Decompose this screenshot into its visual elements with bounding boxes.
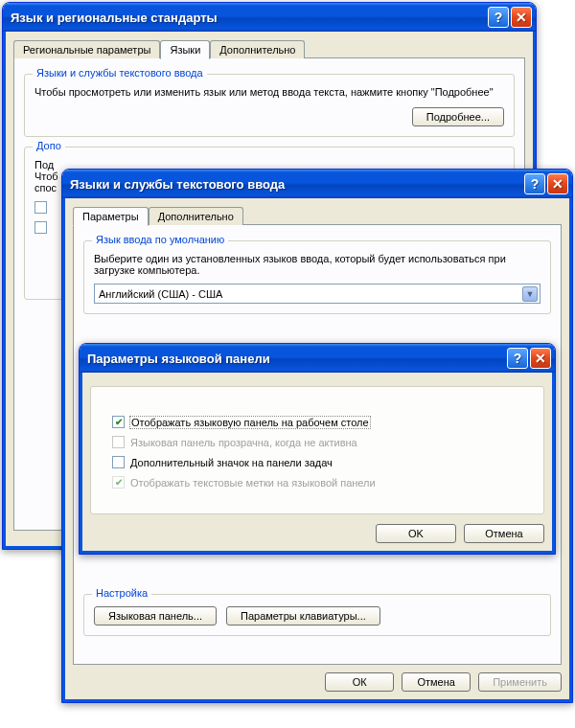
titlebar-text-services[interactable]: Языки и службы текстового ввода ? ✕ bbox=[62, 170, 572, 198]
tab-regional-params[interactable]: Региональные параметры bbox=[13, 40, 160, 58]
group-text-services: Языки и службы текстового ввода Чтобы пр… bbox=[24, 74, 515, 137]
title-langbar: Параметры языковой панели bbox=[87, 352, 505, 366]
group-default-lang-desc: Выберите один из установленных языков вв… bbox=[94, 253, 540, 276]
group-settings-legend: Настройка bbox=[92, 587, 151, 599]
apply-button: Применить bbox=[478, 672, 562, 692]
keyboard-params-button[interactable]: Параметры клавиатуры... bbox=[226, 606, 380, 626]
tab-ts-advanced[interactable]: Дополнительно bbox=[149, 207, 243, 225]
titlebar-langbar[interactable]: Параметры языковой панели ? ✕ bbox=[80, 344, 555, 373]
cancel-button[interactable]: Отмена bbox=[464, 524, 544, 543]
window-langbar-params: Параметры языковой панели ? ✕ Отображать… bbox=[79, 343, 556, 555]
label-text-labels: Отображать текстовые метки на языковой п… bbox=[130, 477, 376, 489]
tab-languages[interactable]: Языки bbox=[160, 40, 210, 59]
tabs-text-services: Параметры Дополнительно bbox=[73, 207, 562, 225]
title-regional: Язык и региональные стандарты bbox=[11, 11, 486, 25]
title-text-services: Языки и службы текстового ввода bbox=[70, 177, 522, 192]
checkbox-show-langbar[interactable] bbox=[112, 416, 125, 428]
titlebar-regional[interactable]: Язык и региональные стандарты ? ✕ bbox=[3, 3, 536, 32]
help-icon[interactable]: ? bbox=[524, 173, 545, 194]
tab-advanced[interactable]: Дополнительно bbox=[210, 40, 305, 58]
dialog-buttons: ОК Отмена Применить bbox=[73, 672, 562, 692]
group-default-lang-legend: Язык ввода по умолчанию bbox=[92, 234, 228, 245]
ok-button[interactable]: ОК bbox=[325, 672, 394, 692]
close-icon[interactable]: ✕ bbox=[530, 348, 551, 369]
label-transparent: Языковая панель прозрачна, когда не акти… bbox=[130, 437, 357, 448]
langbar-dialog-buttons: OK Отмена bbox=[90, 524, 544, 543]
cancel-button[interactable]: Отмена bbox=[402, 672, 471, 692]
group-text-services-legend: Языки и службы текстового ввода bbox=[33, 67, 207, 79]
ok-button[interactable]: OK bbox=[376, 524, 456, 543]
group-langbar-options: Отображать языковую панель на рабочем ст… bbox=[90, 386, 544, 514]
default-lang-value: Английский (США) - США bbox=[99, 288, 222, 300]
help-icon[interactable]: ? bbox=[507, 348, 528, 369]
tabs-regional: Региональные параметры Языки Дополнитель… bbox=[13, 40, 525, 58]
details-button[interactable]: Подробнее... bbox=[412, 107, 504, 126]
help-icon[interactable]: ? bbox=[488, 7, 509, 28]
checkbox-text-labels bbox=[112, 476, 125, 489]
group-settings: Настройка Языковая панель... Параметры к… bbox=[83, 594, 551, 636]
langbar-button[interactable]: Языковая панель... bbox=[94, 606, 217, 626]
close-icon[interactable]: ✕ bbox=[511, 7, 532, 28]
checkbox-transparent bbox=[112, 436, 125, 448]
checkbox-taskbar-icon[interactable] bbox=[112, 456, 125, 468]
tab-params[interactable]: Параметры bbox=[73, 207, 149, 226]
group-default-lang: Язык ввода по умолчанию Выберите один из… bbox=[83, 240, 551, 314]
label-show-langbar: Отображать языковую панель на рабочем ст… bbox=[130, 417, 370, 428]
checkbox-partial-2[interactable] bbox=[34, 221, 47, 234]
default-lang-select[interactable]: Английский (США) - США ▼ bbox=[94, 284, 540, 304]
group-additional-legend: Допо bbox=[33, 140, 65, 151]
chevron-down-icon: ▼ bbox=[522, 286, 538, 302]
checkbox-partial-1[interactable] bbox=[34, 201, 47, 214]
group-text-services-desc: Чтобы просмотреть или изменить язык или … bbox=[34, 86, 504, 98]
close-icon[interactable]: ✕ bbox=[547, 173, 568, 194]
label-taskbar-icon: Дополнительный значок на панели задач bbox=[130, 457, 333, 468]
